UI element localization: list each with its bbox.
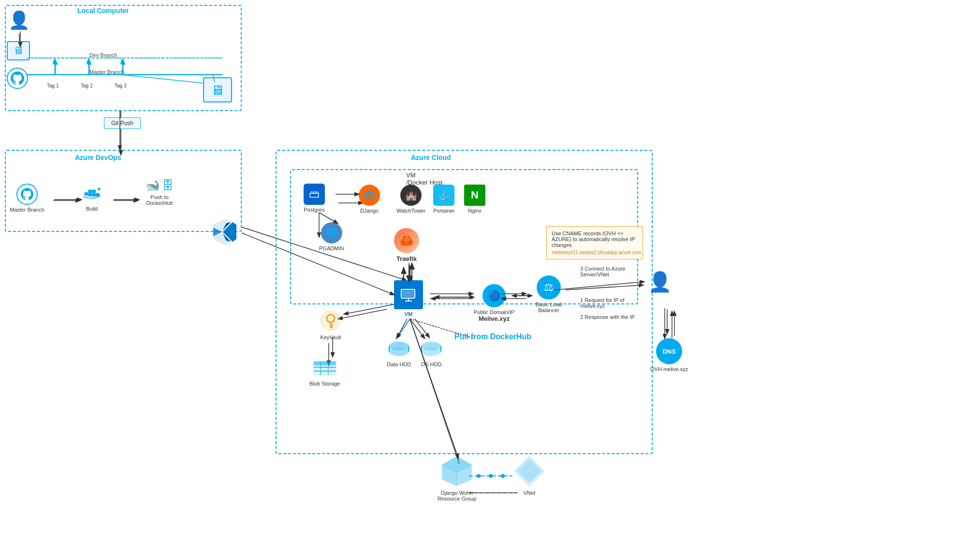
data-hdd-label: Data HDD	[387, 361, 411, 367]
svg-rect-42	[402, 290, 414, 297]
pgadmin-icon: 🌐	[321, 222, 342, 244]
docker-push-icon: 🐋	[146, 179, 160, 192]
tooltip-text: Use CNAME records (OVH <> AZURE) to auto…	[552, 230, 638, 248]
step3-label: 3 Connect to Azure Server/VNet	[580, 266, 648, 277]
vscode-icon	[208, 215, 242, 249]
docker-icon	[80, 183, 104, 204]
portainer-node: ⚓ Portainer	[433, 185, 455, 214]
tag3-label: Tag 3	[115, 83, 126, 88]
tooltip-url: melivexyz11.eastus2.cloudapp.azure.com	[552, 250, 638, 255]
django-node: 🌐 DJango	[359, 185, 380, 214]
svg-rect-34	[92, 190, 96, 193]
svg-rect-33	[88, 193, 92, 196]
vm-label: VM	[405, 311, 413, 317]
basic-lb-label: Basic Load Balancer	[527, 302, 570, 313]
vnet-icon	[512, 454, 546, 488]
svg-rect-32	[88, 190, 92, 193]
svg-point-65	[422, 348, 441, 356]
data-hdd-node: Data HDD	[387, 338, 411, 367]
person-icon: 👤	[7, 7, 31, 33]
github-node	[7, 68, 28, 89]
step2-label: 2 Response with the IP	[580, 314, 635, 320]
push-dockerhub-node: 🐋 🗄 Push to DockerHub	[138, 179, 181, 206]
vm-docker-label: VM/Docker Host	[406, 172, 442, 186]
local-computer-label: Local Computer	[77, 7, 129, 14]
traefik-label: Traefik	[396, 255, 417, 262]
step1-label: 1 Request for IP of melive.xyz	[580, 297, 648, 309]
tag2-label: Tag 2	[81, 83, 92, 88]
build-node: Build	[80, 183, 104, 212]
portainer-label: Portainer	[433, 208, 455, 214]
keyvault-node: KeyVault	[319, 309, 342, 340]
local-computer-icon-node: 🖥	[7, 41, 30, 60]
svg-marker-71	[518, 460, 540, 482]
github-icon	[7, 68, 28, 89]
django-label: DJango	[360, 208, 379, 214]
public-domain-icon: 🔵	[482, 284, 506, 307]
keyvault-icon	[319, 309, 342, 332]
portainer-icon: ⚓	[433, 185, 454, 206]
connection-line	[469, 471, 512, 481]
watchtower-label: WatchTower	[396, 208, 425, 214]
nginx-icon: N	[464, 185, 485, 206]
user-node: 👤	[648, 271, 672, 293]
svg-point-37	[98, 188, 100, 190]
django-wohn-label: Django Wohn Resource Group	[430, 490, 483, 502]
svg-rect-35	[92, 193, 96, 196]
django-icon: 🌐	[359, 185, 380, 206]
watchtower-icon: 🏰	[400, 185, 422, 206]
os-hdd-label: OS HDD	[421, 361, 442, 367]
azure-devops-label: Azure DevOps	[75, 154, 121, 161]
traefik-node: 🦀 Traefik	[394, 228, 419, 262]
master-branch-devops-label: Master Branch	[10, 207, 44, 213]
blob-storage-node: Blob Storage	[309, 358, 340, 387]
keyvault-label: KeyVault	[320, 334, 341, 340]
ovh-dns-node: DNS OVH melive.xyz	[650, 338, 688, 372]
os-hdd-icon	[421, 338, 442, 359]
svg-rect-51	[314, 361, 336, 365]
user-icon: 👤	[648, 271, 672, 293]
svg-point-73	[477, 474, 481, 478]
blob-storage-icon	[313, 358, 337, 379]
vnet-label: VNet	[524, 490, 535, 496]
tooltip-box: Use CNAME records (OVH <> AZURE) to auto…	[546, 226, 643, 259]
svg-rect-31	[85, 192, 88, 195]
basic-lb-node: ⚖ Basic Load Balancer	[527, 275, 570, 313]
diagram-container: Local Computer 👤 🖥 Dev Branch Master Bra…	[0, 0, 964, 560]
traefik-icon: 🦀	[394, 228, 419, 253]
person-node: 👤	[7, 7, 31, 33]
pgadmin-label: PGADMIN	[319, 245, 344, 251]
svg-point-60	[389, 348, 409, 356]
vm-icon	[394, 280, 423, 309]
git-push-button[interactable]: Git Push	[104, 117, 141, 129]
vm-node: VM	[394, 280, 423, 317]
postgres-icon: 🗃	[304, 184, 325, 205]
azure-cloud-label: Azure Cloud	[411, 154, 451, 161]
os-hdd-node: OS HDD	[421, 338, 442, 367]
svg-point-75	[501, 474, 505, 478]
vscode-node	[208, 215, 242, 249]
watchtower-node: 🏰 WatchTower	[396, 185, 425, 214]
computer-icon: 🖥	[7, 41, 30, 60]
build-label: Build	[86, 206, 98, 212]
push-dockerhub-label: Push to DockerHub	[138, 194, 181, 206]
master-branch-devops-icon	[16, 184, 38, 205]
tag1-label: Tag 1	[47, 83, 58, 88]
master-branch-devops-node: Master Branch	[10, 184, 44, 213]
dev-branch-label: Dev Branch	[89, 52, 117, 58]
master-branch-label: Master Branch	[89, 69, 124, 75]
ovh-melive-label: OVH melive.xyz	[650, 366, 688, 372]
nginx-node: N Nginx	[464, 185, 485, 214]
public-domain-node: 🔵 Public Domain/IP Melive.xyz	[474, 284, 514, 322]
public-domain-label: Public Domain/IP	[474, 309, 514, 315]
pull-dockerhub-label: Pull from DockerHub	[454, 332, 531, 341]
postgres-node: 🗃 Postgres	[304, 184, 325, 213]
monitor-icon: 🖥	[203, 77, 232, 102]
vnet-node: VNet	[512, 454, 546, 496]
svg-point-74	[489, 474, 493, 478]
server-icon: 🗄	[162, 179, 174, 192]
basic-lb-icon: ⚖	[537, 275, 561, 300]
melive-xyz-label: Melive.xyz	[479, 315, 510, 322]
pgadmin-node: 🌐 PGADMIN	[319, 222, 344, 251]
blob-storage-label: Blob Storage	[309, 381, 340, 387]
